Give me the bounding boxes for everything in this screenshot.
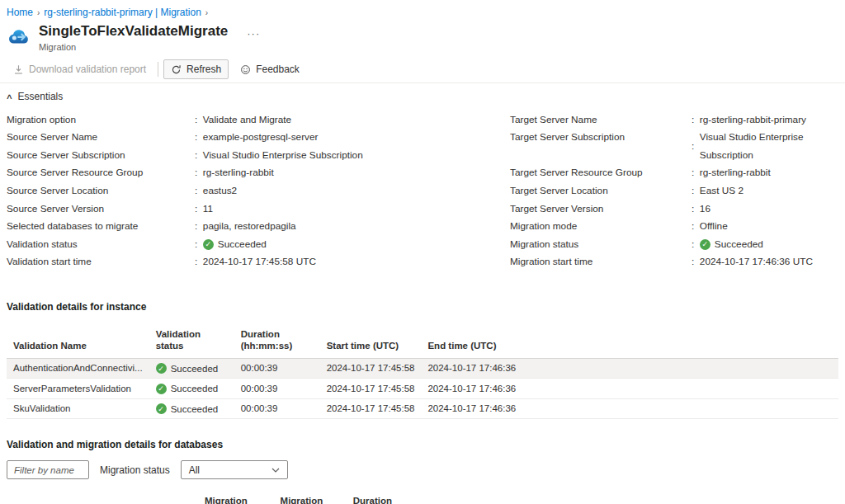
breadcrumb-separator-icon: › — [205, 7, 208, 17]
cell-validation-name: ServerParametersValidation — [7, 379, 149, 399]
essentials-field: Target Server Namerg-sterling-rabbit-pri… — [510, 111, 838, 130]
cell-duration: 00:00:39 — [234, 358, 320, 379]
download-icon — [13, 64, 24, 75]
breadcrumb-separator-icon: › — [37, 7, 40, 17]
cell-duration: 00:00:39 — [234, 379, 320, 399]
refresh-button[interactable]: Refresh — [163, 59, 229, 79]
essentials-field: Source Server Locationeastus2 — [7, 182, 510, 200]
migration-status-filter-label: Migration status — [100, 464, 170, 476]
breadcrumb-home-link[interactable]: Home — [7, 7, 33, 18]
cell-validation-status: ✓Succeeded — [149, 379, 234, 399]
column-header: Start time (UTC) — [320, 324, 422, 358]
essentials-field-validation-status: Validation status ✓Succeeded — [7, 236, 510, 254]
essentials-field: Target Server Version16 — [510, 200, 838, 219]
database-filter-bar: Migration status All — [7, 460, 838, 479]
essentials-field: Validation start time2024-10-17 17:45:58… — [7, 253, 510, 271]
column-header: End time (UTC) — [512, 491, 838, 504]
essentials-field: Source Server SubscriptionVisual Studio … — [7, 147, 510, 165]
essentials-field: Selected databases to migratepagila, res… — [7, 218, 510, 236]
cell-validation-status: ✓Succeeded — [149, 358, 234, 379]
essentials-field: Migration modeOffline — [510, 218, 838, 236]
column-header: End time (UTC) — [421, 324, 838, 358]
refresh-icon — [171, 64, 182, 75]
instance-validation-table: Validation Name Validation status Durati… — [7, 324, 838, 419]
feedback-button[interactable]: Feedback — [234, 60, 306, 78]
cell-start-time: 2024-10-17 17:45:58 — [320, 398, 422, 419]
column-header: Validation Name — [7, 324, 149, 358]
essentials-right-column: Target Server Namerg-sterling-rabbit-pri… — [510, 111, 838, 271]
cell-start-time: 2024-10-17 17:45:58 — [320, 358, 422, 379]
essentials-field: Source Server Nameexample-postgresql-ser… — [7, 129, 510, 147]
chevron-up-icon: ∧ — [6, 92, 13, 101]
column-header: Duration (hh:mm:ss) — [347, 491, 412, 504]
essentials-section: ∧ Essentials Migration optionValidate an… — [0, 83, 845, 281]
table-row[interactable]: AuthenticationAndConnectivi... ✓Succeede… — [7, 358, 838, 379]
cell-start-time: 2024-10-17 17:45:58 — [320, 379, 422, 399]
command-bar: Download validation report Refresh Feedb… — [0, 57, 845, 83]
success-icon: ✓ — [203, 239, 214, 250]
essentials-left-column: Migration optionValidate and Migrate Sou… — [7, 111, 510, 271]
database-validation-table: Database Name Validation status Migratio… — [7, 491, 838, 504]
column-header: Start time (UTC) — [411, 491, 512, 504]
column-header: Validation status — [99, 491, 198, 504]
success-icon: ✓ — [156, 403, 167, 414]
column-header: Validation status — [149, 324, 234, 358]
page-header: SingleToFlexValidateMigrate Migration ··… — [0, 20, 845, 57]
column-header: Database Name — [7, 491, 99, 504]
essentials-field: Migration optionValidate and Migrate — [7, 111, 510, 130]
essentials-field: Target Server LocationEast US 2 — [510, 182, 838, 200]
cell-validation-name: AuthenticationAndConnectivi... — [7, 358, 149, 379]
breadcrumb-parent-link[interactable]: rg-sterling-rabbit-primary | Migration — [44, 7, 201, 18]
essentials-field: Source Server Version11 — [7, 200, 510, 219]
cell-end-time: 2024-10-17 17:46:36 — [421, 379, 838, 399]
essentials-field-migration-status: Migration status ✓Succeeded — [510, 236, 838, 254]
chevron-down-icon — [271, 468, 280, 473]
page-subtitle: Migration — [39, 42, 228, 52]
essentials-field: Target Server Resource Grouprg-sterling-… — [510, 164, 838, 182]
essentials-field: Source Server Resource Grouprg-sterling-… — [7, 164, 510, 182]
table-row[interactable]: ServerParametersValidation ✓Succeeded 00… — [7, 379, 838, 399]
success-icon: ✓ — [156, 363, 167, 374]
page-title: SingleToFlexValidateMigrate — [39, 23, 228, 40]
cell-end-time: 2024-10-17 17:46:36 — [421, 398, 838, 419]
more-options-button[interactable]: ··· — [247, 27, 260, 40]
cell-duration: 00:00:39 — [234, 398, 320, 419]
migration-status-dropdown[interactable]: All — [181, 460, 288, 479]
feedback-smiley-icon — [240, 64, 251, 75]
filter-by-name-input[interactable] — [7, 460, 89, 479]
column-header: Migration Details — [274, 491, 347, 504]
instance-section-title: Validation details for instance — [7, 301, 838, 313]
success-icon: ✓ — [156, 384, 167, 394]
toolbar-divider — [158, 62, 158, 77]
column-header: Migration status — [198, 491, 274, 504]
success-icon: ✓ — [700, 239, 710, 250]
column-header: Duration (hh:mm:ss) — [234, 324, 320, 358]
essentials-collapse-toggle[interactable]: ∧ Essentials — [7, 91, 63, 102]
breadcrumb: Home › rg-sterling-rabbit-primary | Migr… — [0, 0, 845, 20]
cell-end-time: 2024-10-17 17:46:36 — [421, 358, 838, 379]
essentials-field: Target Server SubscriptionVisual Studio … — [510, 129, 838, 164]
essentials-field: Migration start time2024-10-17 17:46:36 … — [510, 253, 838, 271]
cell-validation-status: ✓Succeeded — [149, 398, 234, 419]
databases-section-title: Validation and migration details for dat… — [7, 439, 838, 450]
migration-service-icon — [7, 25, 31, 49]
table-row[interactable]: SkuValidation ✓Succeeded 00:00:39 2024-1… — [7, 398, 838, 419]
cell-validation-name: SkuValidation — [7, 398, 149, 419]
download-validation-report-button[interactable]: Download validation report — [7, 60, 153, 78]
